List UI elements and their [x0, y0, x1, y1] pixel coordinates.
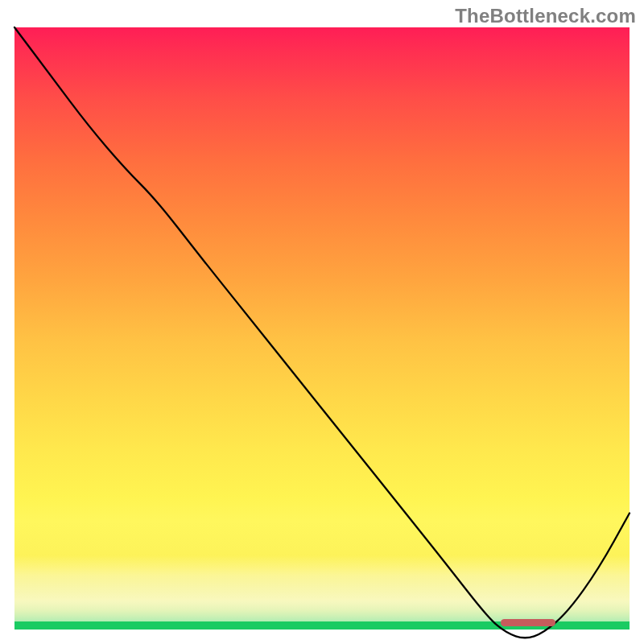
watermark-text: TheBottleneck.com: [455, 5, 636, 27]
bottleneck-curve: [14, 27, 630, 642]
bottleneck-marker: [501, 619, 556, 626]
chart-root: TheBottleneck.com: [0, 0, 644, 644]
plot-area: [14, 27, 630, 630]
